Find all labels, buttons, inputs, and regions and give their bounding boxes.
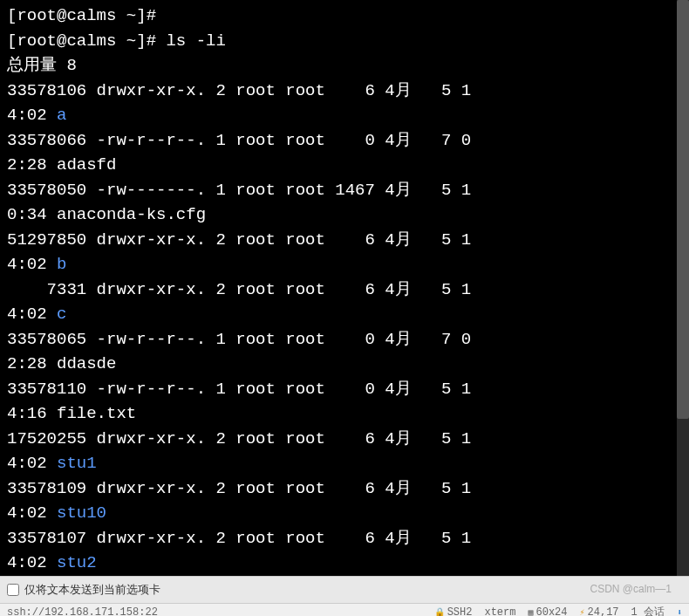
terminal-output[interactable]: [root@calms ~]# [root@calms ~]# ls -li 总…: [0, 0, 689, 576]
send-text-checkbox[interactable]: [7, 584, 19, 596]
prompt-empty: [root@calms ~]#: [7, 6, 166, 25]
status-size: 60x24: [528, 606, 567, 617]
status-bar: ssh://192.168.171.158:22 SSH2 xterm 60x2…: [0, 603, 689, 616]
status-session: 1 会话: [631, 605, 665, 616]
command-text: ls -li: [166, 31, 225, 51]
status-ssh: ssh://192.168.171.158:22: [7, 606, 158, 617]
send-text-option-row: 仅将文本发送到当前选项卡: [0, 576, 689, 603]
status-ssh2: SSH2: [434, 606, 473, 617]
file-listing: 33578106 drwxr-xr-x. 2 root root 6 4月 5 …: [7, 79, 682, 577]
watermark: CSDN @calm—1: [590, 583, 672, 595]
dir-name: stu10: [57, 503, 106, 523]
prompt-cmd: [root@calms ~]#: [7, 31, 166, 51]
download-icon: [677, 606, 682, 617]
lightning-icon: [580, 606, 585, 617]
scrollbar-track[interactable]: [677, 0, 689, 576]
dir-name: b: [57, 255, 66, 274]
terminal-icon: [528, 606, 533, 617]
dir-name: stu1: [57, 454, 97, 473]
status-download[interactable]: [677, 606, 682, 617]
send-text-label: 仅将文本发送到当前选项卡: [24, 582, 160, 598]
status-xterm: xterm: [484, 606, 515, 617]
dir-name: c: [57, 305, 66, 324]
scrollbar-thumb[interactable]: [677, 0, 689, 419]
status-pos: 24,17: [580, 606, 619, 617]
lock-icon: [434, 606, 445, 617]
total-line: 总用量 8: [7, 56, 77, 75]
dir-name: a: [57, 106, 66, 125]
dir-name: stu2: [57, 553, 97, 572]
